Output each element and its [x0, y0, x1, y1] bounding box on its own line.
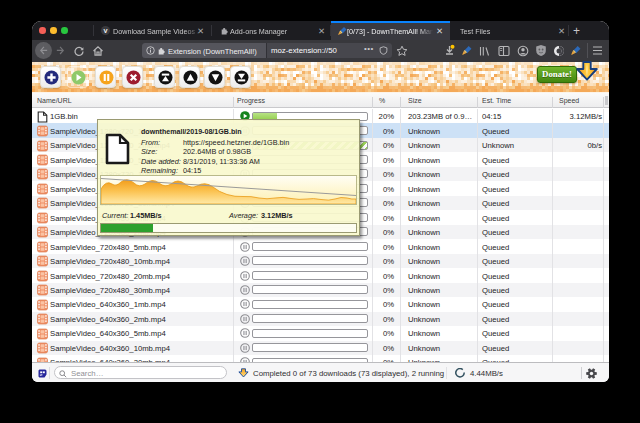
svg-text:V: V [103, 28, 107, 34]
